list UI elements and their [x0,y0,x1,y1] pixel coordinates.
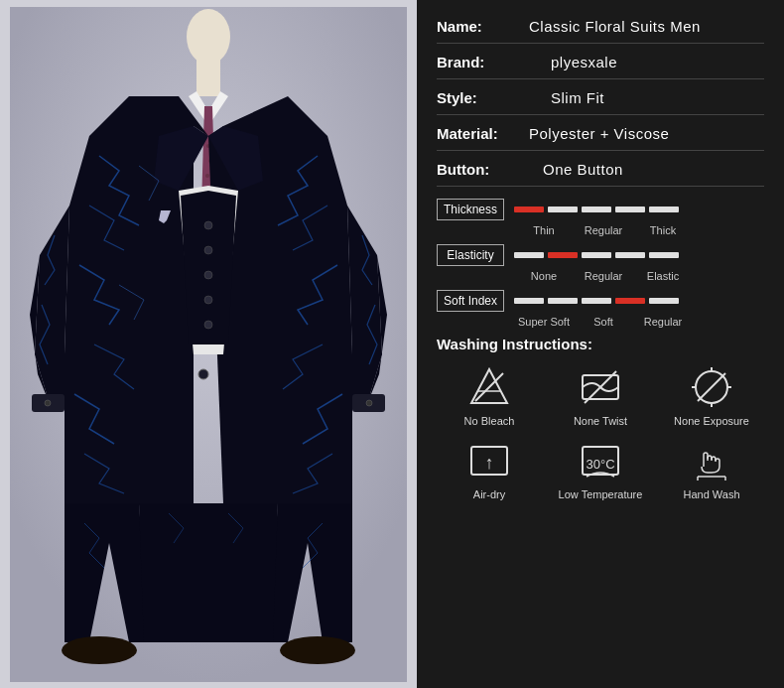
svg-point-9 [204,221,212,229]
scale-row-soft-index: Soft Index [437,290,764,312]
bar-segment [615,298,645,304]
scales-container: ThicknessThinRegularThickElasticityNoneR… [437,199,764,328]
svg-point-18 [366,400,372,406]
scale-label-thickness: Thickness [437,199,504,220]
svg-point-11 [204,271,212,279]
bar-segment [649,252,679,258]
wash-label-low-temperature: Low Temperature [559,487,643,501]
svg-point-13 [204,321,212,329]
washing-grid: No Bleach None Twist None Exposure ↑ Air… [437,364,764,502]
material-value: Polyester + Viscose [529,125,669,142]
svg-rect-2 [196,57,220,96]
scale-names-soft-index: Super SoftSoftRegular [514,316,693,328]
scale-names-elasticity: NoneRegularElastic [514,270,693,282]
scale-bars-soft-index [514,298,764,304]
brand-label: Brand: [437,54,521,70]
bar-segment [548,206,578,212]
product-image-panel [0,0,417,688]
button-value: One Button [543,161,623,178]
svg-point-8 [205,174,209,178]
scale-label-elasticity: Elasticity [437,244,504,266]
bar-segment [615,206,645,212]
name-row: Name: Classic Floral Suits Men [437,18,764,44]
wash-icon-none-twist [578,364,623,410]
wash-icon-air-dry: ↑ [466,438,512,483]
wash-icon-none-exposure [689,364,734,410]
wash-label-none-twist: None Twist [574,414,627,428]
scale-row-thickness: Thickness [437,199,764,220]
scale-names-thickness: ThinRegularThick [514,224,693,236]
style-row: Style: Slim Fit [437,89,764,115]
bar-segment [548,252,578,258]
material-row: Material: Polyester + Viscose [437,125,764,151]
bar-segment [582,206,611,212]
style-value: Slim Fit [551,89,604,106]
button-label: Button: [437,161,521,178]
svg-point-10 [204,246,212,254]
wash-label-hand-wash: Hand Wash [683,487,739,501]
washing-title: Washing Instructions: [437,336,764,352]
svg-rect-22 [194,344,223,354]
name-label: Name: [437,18,521,35]
wash-item-hand-wash: Hand Wash [659,438,764,501]
svg-point-1 [187,9,230,65]
scale-row-elasticity: Elasticity [437,244,764,266]
svg-point-16 [45,400,51,406]
svg-text:30°C: 30°C [586,457,614,472]
name-value: Classic Floral Suits Men [529,18,701,35]
button-row: Button: One Button [437,161,764,187]
scale-name-elasticity-1: Regular [574,270,633,282]
scale-name-thickness-0: Thin [514,224,574,236]
brand-value: plyesxale [551,54,617,70]
bar-segment [514,252,544,258]
bar-segment [582,298,611,304]
scale-name-soft-index-1: Soft [574,316,633,328]
scale-bars-thickness [514,206,764,212]
svg-point-19 [62,636,137,664]
scale-name-elasticity-0: None [514,270,574,282]
wash-item-low-temperature: 30°C Low Temperature [548,438,653,501]
scale-label-soft-index: Soft Index [437,290,504,312]
wash-icon-low-temperature: 30°C [578,438,623,483]
wash-icon-no-bleach [466,364,512,410]
wash-item-none-twist: None Twist [548,364,653,428]
material-label: Material: [437,125,521,142]
wash-item-no-bleach: No Bleach [437,364,542,428]
bar-segment [514,298,544,304]
wash-label-air-dry: Air-dry [473,487,505,501]
brand-row: Brand: plyesxale [437,54,764,79]
scale-name-elasticity-2: Elastic [633,270,693,282]
wash-label-no-bleach: No Bleach [464,414,515,428]
wash-item-air-dry: ↑ Air-dry [437,438,542,501]
scale-name-thickness-1: Regular [574,224,633,236]
wash-item-none-exposure: None Exposure [659,364,764,428]
bar-segment [649,206,679,212]
svg-point-20 [280,636,355,664]
svg-point-12 [204,296,212,304]
bar-segment [649,298,679,304]
scale-name-soft-index-0: Super Soft [514,316,574,328]
wash-label-none-exposure: None Exposure [674,414,749,428]
suit-image [10,7,407,682]
scale-name-thickness-2: Thick [633,224,693,236]
product-info-panel: Name: Classic Floral Suits Men Brand: pl… [417,0,784,688]
svg-line-33 [698,373,725,401]
scale-name-soft-index-2: Regular [633,316,693,328]
bar-segment [548,298,578,304]
bar-segment [514,206,544,212]
bar-segment [615,252,645,258]
svg-point-14 [198,369,208,379]
svg-text:↑: ↑ [485,453,494,473]
scale-bars-elasticity [514,252,764,258]
style-label: Style: [437,89,521,106]
bar-segment [582,252,611,258]
wash-icon-hand-wash [689,438,734,483]
